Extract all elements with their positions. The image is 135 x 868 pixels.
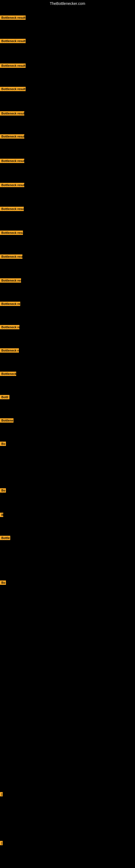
bottleneck-badge-17: Bottl bbox=[0, 395, 9, 399]
bottleneck-badge-16: Bottleneck bbox=[0, 372, 16, 376]
bottleneck-badge-20: Bo bbox=[0, 488, 6, 493]
site-title: TheBottlenecker.com bbox=[0, 0, 135, 7]
bottleneck-badge-5: Bottleneck result bbox=[0, 111, 24, 116]
bottleneck-badge-9: Bottleneck result bbox=[0, 207, 24, 211]
bottleneck-badge-3: Bottleneck result bbox=[0, 63, 26, 68]
bottleneck-badge-11: Bottleneck result bbox=[0, 254, 22, 259]
bottleneck-badge-6: Bottleneck result bbox=[0, 134, 24, 138]
bottleneck-badge-25: | bbox=[0, 841, 3, 845]
bottleneck-badge-22: Bottle bbox=[0, 536, 10, 540]
bottleneck-badge-23: Bo bbox=[0, 581, 6, 585]
bottleneck-badge-1: Bottleneck result bbox=[0, 16, 26, 20]
bottleneck-badge-2: Bottleneck result bbox=[0, 39, 26, 43]
bottleneck-badge-7: Bottleneck result bbox=[0, 159, 24, 163]
bottleneck-badge-19: Bo bbox=[0, 442, 6, 446]
bottleneck-badge-10: Bottleneck result bbox=[0, 230, 23, 235]
bottleneck-badge-15: Bottleneck res bbox=[0, 348, 19, 352]
bottleneck-badge-24: | bbox=[0, 792, 3, 796]
bottleneck-badge-12: Bottleneck res bbox=[0, 278, 21, 283]
bottleneck-badge-4: Bottleneck result bbox=[0, 87, 26, 91]
bottleneck-badge-21: B bbox=[0, 513, 3, 517]
bottleneck-badge-13: Bottleneck res bbox=[0, 302, 20, 306]
bottleneck-badge-14: Bottleneck res bbox=[0, 325, 19, 329]
bottleneck-badge-8: Bottleneck result bbox=[0, 183, 24, 187]
bottleneck-badge-18: Bottlene bbox=[0, 418, 13, 423]
